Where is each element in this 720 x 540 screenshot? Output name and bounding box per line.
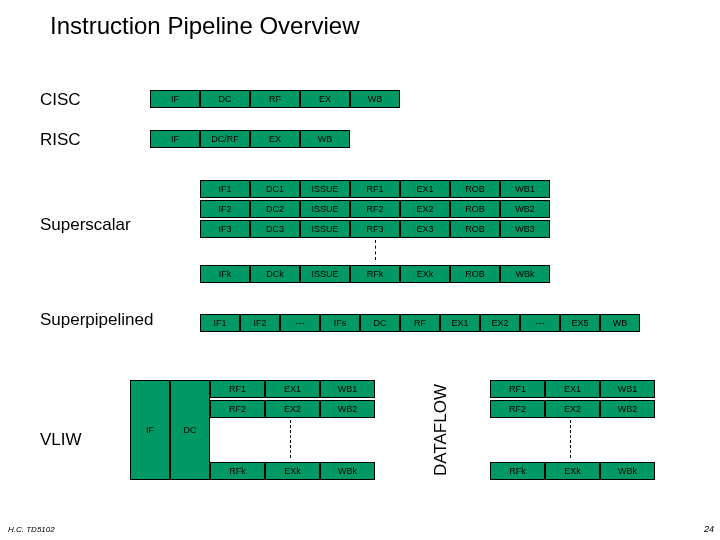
stage: RF1 [210,380,265,398]
stage: WBk [320,462,375,480]
label-superpipelined: Superpipelined [40,310,153,330]
stage: RFk [350,265,400,283]
stage: ROB [450,200,500,218]
stage: RF [250,90,300,108]
label-superscalar: Superscalar [40,215,131,235]
stage: ROB [450,220,500,238]
stage: EX1 [545,380,600,398]
stage: EXk [400,265,450,283]
stage: EX2 [400,200,450,218]
stage: WBk [600,462,655,480]
stage: RFk [490,462,545,480]
stage: RFk [210,462,265,480]
stage: DC/RF [200,130,250,148]
stage: --- [520,314,560,332]
stage: IF1 [200,314,240,332]
stage: EX1 [400,180,450,198]
label-cisc: CISC [40,90,81,110]
stage: DCk [250,265,300,283]
stage: WB2 [500,200,550,218]
stage: WB [300,130,350,148]
stage: EXk [265,462,320,480]
stage: WB1 [320,380,375,398]
stage: IF2 [240,314,280,332]
stage: RF [400,314,440,332]
stage: EX5 [560,314,600,332]
stage: WBk [500,265,550,283]
stage: EX [250,130,300,148]
stage: DC [170,380,210,480]
stage: IF [130,380,170,480]
stage: EX3 [400,220,450,238]
stage: ROB [450,180,500,198]
stage: RF2 [350,200,400,218]
stage: EX2 [480,314,520,332]
stage: IF [150,130,200,148]
label-dataflow: DATAFLOW [431,384,451,476]
stage: RF2 [490,400,545,418]
stage: EX [300,90,350,108]
stage: IFs [320,314,360,332]
stage: DC2 [250,200,300,218]
stage: WB1 [600,380,655,398]
stage: EX2 [265,400,320,418]
stage: RF1 [490,380,545,398]
stage: DC [200,90,250,108]
stage: WB [350,90,400,108]
ellipsis-icon [290,420,291,458]
stage: DC3 [250,220,300,238]
stage: IFk [200,265,250,283]
stage: IF [150,90,200,108]
stage: RF2 [210,400,265,418]
stage: IF2 [200,200,250,218]
label-vliw: VLIW [40,430,82,450]
page-number: 24 [704,524,714,534]
stage: EXk [545,462,600,480]
stage: --- [280,314,320,332]
stage: RF3 [350,220,400,238]
stage: ROB [450,265,500,283]
page-title: Instruction Pipeline Overview [0,0,720,40]
stage: ISSUE [300,180,350,198]
stage: DC [360,314,400,332]
stage: WB2 [600,400,655,418]
ellipsis-icon [375,240,376,260]
stage: IF3 [200,220,250,238]
footer-left: H.C. TD5102 [8,525,55,534]
stage: EX1 [265,380,320,398]
stage: EX1 [440,314,480,332]
stage: DC1 [250,180,300,198]
stage: WB1 [500,180,550,198]
stage: ISSUE [300,220,350,238]
stage: WB3 [500,220,550,238]
label-risc: RISC [40,130,81,150]
stage: ISSUE [300,265,350,283]
ellipsis-icon [570,420,571,458]
stage: ISSUE [300,200,350,218]
stage: IF1 [200,180,250,198]
stage: EX2 [545,400,600,418]
stage: WB [600,314,640,332]
stage: WB2 [320,400,375,418]
stage: RF1 [350,180,400,198]
